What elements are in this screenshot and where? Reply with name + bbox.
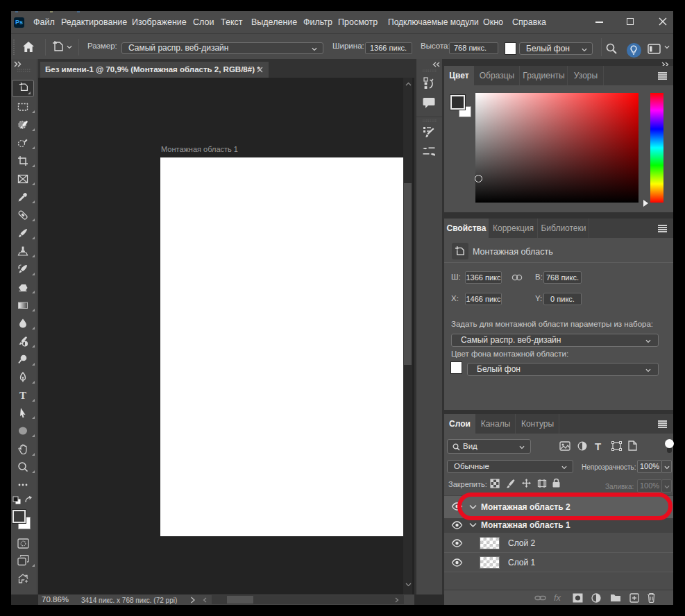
svg-text:T: T <box>19 390 26 401</box>
